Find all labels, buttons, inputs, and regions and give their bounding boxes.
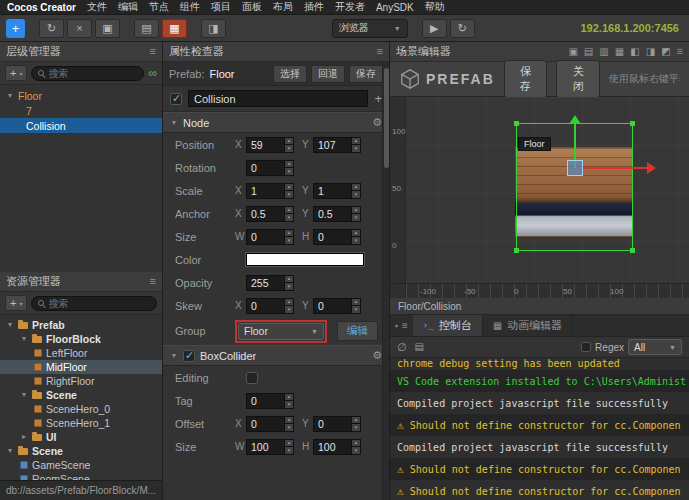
file-icon[interactable] bbox=[415, 342, 424, 352]
stepper-up-icon[interactable] bbox=[284, 393, 294, 401]
node-name-input[interactable] bbox=[188, 90, 368, 107]
stepper-down-icon[interactable] bbox=[284, 236, 294, 245]
gizmo-x-axis[interactable] bbox=[583, 167, 647, 169]
hierarchy-search[interactable] bbox=[31, 66, 144, 81]
collider-size-h-input[interactable] bbox=[313, 439, 351, 455]
node-active-checkbox[interactable] bbox=[170, 93, 182, 105]
console-row[interactable]: Should not define constructor for cc.Com… bbox=[390, 414, 689, 436]
stepper-down-icon[interactable] bbox=[284, 167, 294, 176]
stepper-down-icon[interactable] bbox=[351, 213, 361, 222]
opacity-input[interactable] bbox=[246, 275, 284, 291]
stepper-down-icon[interactable] bbox=[284, 190, 294, 199]
stepper-up-icon[interactable] bbox=[284, 229, 294, 237]
gizmo-y-arrowhead[interactable] bbox=[569, 115, 581, 124]
stepper-up-icon[interactable] bbox=[284, 137, 294, 145]
skew-x-input[interactable] bbox=[246, 298, 284, 314]
color-swatch[interactable] bbox=[246, 253, 364, 266]
scene-canvas[interactable]: Floor 100 50 0 -100 -50 0 50 100 bbox=[390, 97, 689, 298]
asset-scenehero-0[interactable]: SceneHero_0 bbox=[0, 402, 162, 416]
selection-handle[interactable] bbox=[514, 121, 519, 126]
layout-mode-button[interactable] bbox=[201, 19, 226, 38]
hierarchy-search-input[interactable] bbox=[48, 68, 137, 79]
tag-input[interactable] bbox=[246, 393, 284, 409]
align-left-icon[interactable] bbox=[630, 47, 639, 57]
prefab-select-button[interactable]: 选择 bbox=[273, 65, 307, 83]
console-row[interactable]: VS Code extension installed to C:\Users\… bbox=[390, 370, 689, 392]
menu-file[interactable]: 文件 bbox=[87, 0, 107, 14]
rotate-tool-button[interactable]: ↻ bbox=[39, 19, 64, 38]
console-row[interactable]: chrome debug setting has been updated bbox=[390, 358, 689, 370]
asset-folder-floorblock[interactable]: FloorBlock bbox=[0, 332, 162, 346]
menu-panel[interactable]: 面板 bbox=[242, 0, 262, 14]
asset-scenehero-1[interactable]: SceneHero_1 bbox=[0, 416, 162, 430]
chevron-down-icon[interactable] bbox=[170, 119, 178, 127]
asset-rightfloor[interactable]: RightFloor bbox=[0, 374, 162, 388]
assets-search-input[interactable] bbox=[48, 298, 150, 309]
gizmo-x-arrowhead[interactable] bbox=[647, 162, 656, 174]
stepper-up-icon[interactable] bbox=[351, 137, 361, 145]
add-icon[interactable]: + bbox=[374, 92, 382, 105]
size-w-input[interactable] bbox=[246, 229, 284, 245]
menu-icon[interactable] bbox=[677, 46, 683, 57]
scene-panel-header[interactable]: 场景编辑器 bbox=[390, 42, 689, 62]
stepper-up-icon[interactable] bbox=[351, 229, 361, 237]
node-section-header[interactable]: Node bbox=[163, 112, 389, 133]
tab-console[interactable]: 控制台 bbox=[413, 315, 483, 336]
collider-gizmo[interactable] bbox=[567, 160, 583, 176]
stepper-up-icon[interactable] bbox=[284, 206, 294, 214]
asset-folder-scene-root[interactable]: Scene bbox=[0, 444, 162, 458]
stepper-down-icon[interactable] bbox=[284, 305, 294, 314]
menu-plugin[interactable]: 插件 bbox=[304, 0, 324, 14]
menu-project[interactable]: 项目 bbox=[211, 0, 231, 14]
stepper-down-icon[interactable] bbox=[351, 423, 361, 432]
asset-folder-prefab[interactable]: Prefab bbox=[0, 318, 162, 332]
add-project-button[interactable]: + bbox=[6, 19, 25, 38]
menu-icon[interactable] bbox=[150, 46, 156, 57]
preview-target-dropdown[interactable]: 浏览器 bbox=[332, 19, 408, 38]
position-x-input[interactable] bbox=[246, 137, 284, 153]
boxcollider-enabled-checkbox[interactable] bbox=[183, 350, 195, 362]
console-row[interactable]: Compiled project javascript file success… bbox=[390, 392, 689, 414]
stepper-down-icon[interactable] bbox=[284, 144, 294, 153]
panel-tab-menu[interactable] bbox=[390, 315, 413, 336]
hierarchy-node-collision[interactable]: Collision bbox=[0, 118, 162, 133]
create-asset-button[interactable]: + bbox=[5, 295, 27, 311]
canvas-mode-button[interactable] bbox=[134, 19, 159, 38]
chevron-down-icon[interactable] bbox=[20, 391, 28, 399]
scrollbar-thumb[interactable] bbox=[384, 68, 389, 168]
link-icon[interactable] bbox=[148, 67, 157, 79]
chevron-right-icon[interactable] bbox=[20, 433, 28, 441]
editing-checkbox[interactable] bbox=[246, 372, 258, 384]
gear-icon[interactable] bbox=[372, 350, 382, 361]
stepper-up-icon[interactable] bbox=[284, 439, 294, 447]
menu-help[interactable]: 帮助 bbox=[425, 0, 445, 14]
boxcollider-section-header[interactable]: BoxCollider bbox=[163, 345, 389, 366]
anchor-x-input[interactable] bbox=[246, 206, 284, 222]
scale-y-input[interactable] bbox=[313, 183, 351, 199]
stepper-down-icon[interactable] bbox=[351, 144, 361, 153]
hierarchy-node-floor[interactable]: Floor bbox=[0, 88, 162, 103]
chevron-down-icon[interactable] bbox=[6, 447, 14, 455]
offset-y-input[interactable] bbox=[313, 416, 351, 432]
align-bottom-icon[interactable] bbox=[615, 47, 624, 57]
asset-folder-scene[interactable]: Scene bbox=[0, 388, 162, 402]
prefab-save-button[interactable]: 保存 bbox=[504, 60, 548, 98]
stepper-up-icon[interactable] bbox=[351, 206, 361, 214]
rotation-input[interactable] bbox=[246, 160, 284, 176]
create-node-button[interactable]: + bbox=[5, 65, 27, 81]
assets-panel-header[interactable]: 资源管理器 bbox=[0, 272, 162, 292]
menu-icon[interactable] bbox=[150, 276, 156, 287]
hierarchy-node-7[interactable]: 7 bbox=[0, 103, 162, 118]
stepper-down-icon[interactable] bbox=[284, 423, 294, 432]
scale-tool-button[interactable]: × bbox=[67, 19, 92, 38]
group-edit-button[interactable]: 编辑 bbox=[337, 321, 378, 341]
tab-animation-editor[interactable]: 动画编辑器 bbox=[483, 315, 573, 336]
align-center-icon[interactable] bbox=[646, 47, 655, 57]
menu-anysdk[interactable]: AnySDK bbox=[376, 2, 414, 13]
stepper-up-icon[interactable] bbox=[284, 160, 294, 168]
asset-folder-ui[interactable]: UI bbox=[0, 430, 162, 444]
stepper-down-icon[interactable] bbox=[351, 446, 361, 455]
inspector-scrollbar[interactable] bbox=[382, 62, 389, 500]
rect-tool-button[interactable]: ▣ bbox=[95, 19, 120, 38]
stepper-up-icon[interactable] bbox=[351, 298, 361, 306]
